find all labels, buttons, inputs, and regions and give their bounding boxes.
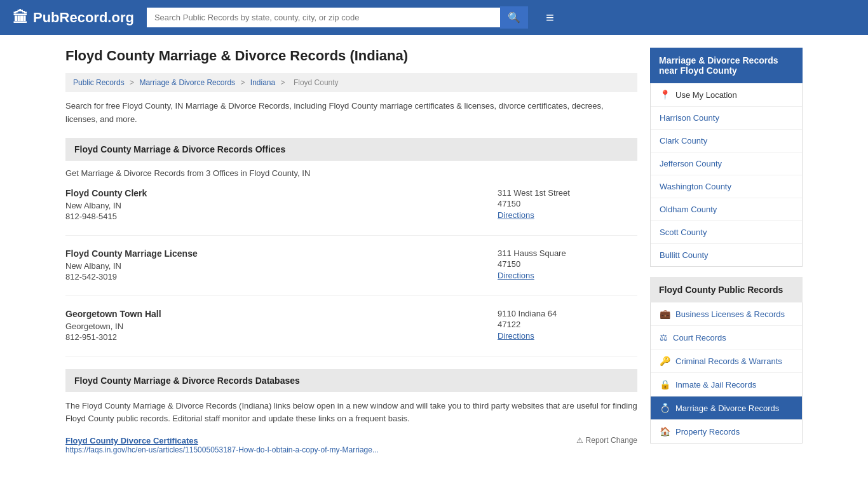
inmate-label: Inmate & Jail Records [675,380,756,390]
breadcrumb-indiana[interactable]: Indiana [250,78,275,87]
page-wrapper: Floyd County Marriage & Divorce Records … [53,35,815,473]
search-input[interactable] [147,8,500,27]
main-content: Floyd County Marriage & Divorce Records … [65,48,637,461]
db-url-1: https://faqs.in.gov/hc/en-us/articles/11… [65,445,637,454]
use-location-label: Use My Location [675,90,737,100]
office-left-2: Floyd County Marriage License New Albany… [65,248,198,283]
sidebar-item-clark[interactable]: Clark County [651,130,802,152]
oldham-county-label: Oldham County [660,205,717,214]
office-zip-1: 47150 [498,199,637,208]
sidebar: Marriage & Divorce Records near Floyd Co… [650,48,803,461]
office-entry-2: Floyd County Marriage License New Albany… [65,248,637,296]
menu-icon: ≡ [546,10,554,25]
clark-county-label: Clark County [660,136,707,146]
databases-section-header: Floyd County Marriage & Divorce Records … [65,369,637,392]
sidebar-item-bullitt[interactable]: Bullitt County [651,244,802,266]
databases-description: The Floyd County Marriage & Divorce Reco… [65,400,637,426]
report-icon-1: ⚠ [576,436,583,445]
office-right-3: 9110 Indiana 64 47122 Directions [498,309,637,343]
sidebar-item-harrison[interactable]: Harrison County [651,107,802,130]
report-change-1[interactable]: ⚠ Report Change [576,436,637,445]
breadcrumb: Public Records > Marriage & Divorce Reco… [65,73,637,92]
report-change-label-1: Report Change [586,436,637,445]
sidebar-record-marriage[interactable]: 💍 Marriage & Divorce Records [651,396,802,420]
office-zip-2: 47150 [498,259,637,269]
office-left-1: Floyd County Clerk New Albany, IN 812-94… [65,188,147,222]
bullitt-county-label: Bullitt County [660,250,709,260]
search-icon: 🔍 [508,12,520,23]
logo[interactable]: 🏛 PubRecord.org [13,9,134,27]
sidebar-record-court[interactable]: ⚖ Court Records [651,326,802,349]
office-phone-2: 812-542-3019 [65,272,198,281]
office-zip-3: 47122 [498,320,637,329]
breadcrumb-floyd-county: Floyd County [294,78,339,87]
sidebar-record-criminal[interactable]: 🔑 Criminal Records & Warrants [651,349,802,373]
breadcrumb-public-records[interactable]: Public Records [73,78,125,87]
breadcrumb-marriage-divorce[interactable]: Marriage & Divorce Records [139,78,235,87]
office-city-3: Georgetown, IN [65,322,161,331]
directions-link-2[interactable]: Directions [498,271,534,280]
sidebar-nearby-list: 📍 Use My Location Harrison County Clark … [650,83,803,267]
marriage-icon: 💍 [660,403,670,413]
sidebar-records-list: 💼 Business Licenses & Records ⚖ Court Re… [650,302,803,444]
sidebar-record-inmate[interactable]: 🔒 Inmate & Jail Records [651,373,802,396]
db-row-1: Floyd County Divorce Certificates ⚠ Repo… [65,436,637,445]
court-label: Court Records [673,333,726,342]
sidebar-record-business[interactable]: 💼 Business Licenses & Records [651,302,802,326]
sidebar-item-washington[interactable]: Washington County [651,175,802,198]
jefferson-county-label: Jefferson County [660,159,722,168]
offices-section-header: Floyd County Marriage & Divorce Records … [65,138,637,161]
logo-icon: 🏛 [13,9,28,27]
office-right-1: 311 West 1st Street 47150 Directions [498,188,637,222]
page-description: Search for free Floyd County, IN Marriag… [65,100,637,126]
office-phone-3: 812-951-3012 [65,332,161,342]
sidebar-use-location[interactable]: 📍 Use My Location [651,83,802,107]
sidebar-item-jefferson[interactable]: Jefferson County [651,152,802,175]
directions-link-3[interactable]: Directions [498,331,534,341]
location-icon: 📍 [660,90,670,100]
criminal-label: Criminal Records & Warrants [675,356,782,366]
office-entry-1: Floyd County Clerk New Albany, IN 812-94… [65,188,637,236]
menu-button[interactable]: ≡ [546,10,554,26]
office-address-2: 311 Hauss Square [498,248,637,258]
search-button[interactable]: 🔍 [500,6,528,29]
office-left-3: Georgetown Town Hall Georgetown, IN 812-… [65,309,161,343]
logo-text: PubRecord.org [33,10,134,26]
property-icon: 🏠 [660,426,670,437]
sidebar-nearby-title: Marriage & Divorce Records near Floyd Co… [650,48,803,83]
office-city-2: New Albany, IN [65,261,198,271]
office-right-2: 311 Hauss Square 47150 Directions [498,248,637,283]
office-entry-3: Georgetown Town Hall Georgetown, IN 812-… [65,309,637,356]
office-city-1: New Albany, IN [65,201,147,210]
db-entry-1: Floyd County Divorce Certificates ⚠ Repo… [65,436,637,454]
office-phone-1: 812-948-5415 [65,212,147,221]
office-name-1: Floyd County Clerk [65,188,147,198]
property-label: Property Records [675,427,740,437]
sidebar-record-property[interactable]: 🏠 Property Records [651,420,802,443]
offices-section-desc: Get Marriage & Divorce Records from 3 Of… [65,168,637,178]
directions-link-1[interactable]: Directions [498,210,534,220]
criminal-icon: 🔑 [660,356,670,366]
office-address-1: 311 West 1st Street [498,188,637,198]
sidebar-public-records-title: Floyd County Public Records [650,277,803,302]
harrison-county-label: Harrison County [660,113,719,123]
site-header: 🏛 PubRecord.org 🔍 ≡ [0,0,868,35]
sidebar-item-scott[interactable]: Scott County [651,221,802,244]
office-address-3: 9110 Indiana 64 [498,309,637,318]
db-title-link-1[interactable]: Floyd County Divorce Certificates [65,436,198,445]
court-icon: ⚖ [660,332,668,342]
sidebar-item-oldham[interactable]: Oldham County [651,198,802,221]
office-name-3: Georgetown Town Hall [65,309,161,319]
page-title: Floyd County Marriage & Divorce Records … [65,48,637,64]
office-name-2: Floyd County Marriage License [65,248,198,259]
business-icon: 💼 [660,309,670,319]
washington-county-label: Washington County [660,182,731,191]
inmate-icon: 🔒 [660,379,670,390]
marriage-label: Marriage & Divorce Records [675,403,779,413]
business-label: Business Licenses & Records [675,309,785,319]
scott-county-label: Scott County [660,227,707,237]
search-bar: 🔍 [147,6,528,29]
